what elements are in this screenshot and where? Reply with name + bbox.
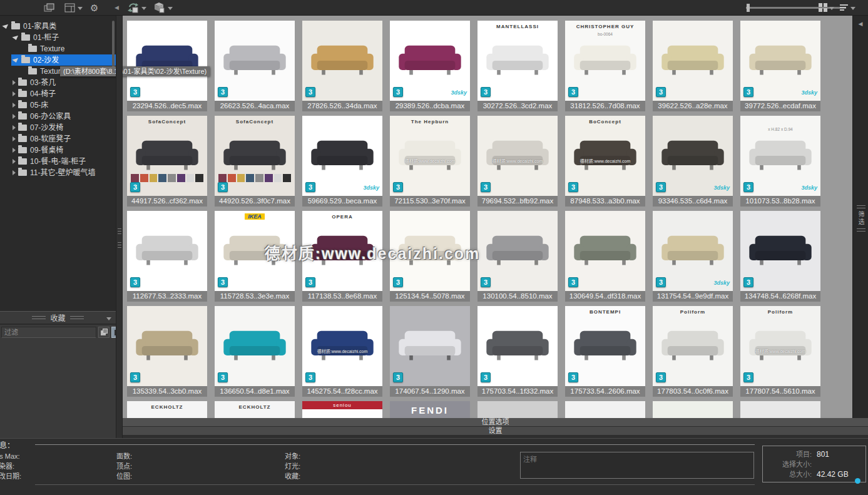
favorites-caret-icon[interactable] [106, 317, 111, 320]
asset-card[interactable]: 德材质:www.decaizhi.com379694.532..bfb92.ma… [477, 116, 558, 207]
sidebar-splitter[interactable] [116, 16, 123, 438]
collapse-arrow-icon[interactable] [12, 36, 19, 41]
asset-card[interactable]: 3 [653, 401, 733, 418]
asset-card[interactable]: 3175703.54..1f332.max [477, 306, 558, 397]
expand-arrow-icon[interactable] [13, 114, 16, 119]
tree-item-11-其它-壁炉暖气墙[interactable]: 11-其它-壁炉暖气墙 [0, 167, 116, 178]
asset-card[interactable]: OPERA3117138.53..8e68.max [302, 211, 382, 302]
tree-item-01-家具类[interactable]: 01-家具类 [0, 21, 116, 32]
asset-thumbnail: 3dsky3 [740, 21, 820, 101]
sort-list-caret-icon[interactable] [850, 7, 855, 10]
sync-import-icon[interactable] [127, 2, 139, 13]
expand-arrow-icon[interactable] [13, 103, 16, 108]
expand-arrow-icon[interactable] [13, 80, 16, 85]
asset-card[interactable]: The Hepburn德材质:www.decaizhi.com372115.53… [390, 116, 470, 207]
asset-thumbnail: 3 [390, 306, 470, 386]
folder-icon [18, 113, 27, 120]
asset-card[interactable]: CHRISTOPHER GUYbo-0064331812.526..7d08.m… [565, 21, 645, 111]
collapse-arrow-icon[interactable] [12, 58, 19, 63]
asset-thumbnail: 3 [215, 21, 295, 101]
tree-item-05-床[interactable]: 05-床 [0, 100, 116, 111]
asset-card[interactable]: ECKHOLTZ3 [215, 401, 295, 418]
asset-card[interactable]: MANTELLASSI330272.526..3cd2.max [477, 21, 558, 111]
asset-card[interactable]: 339622.526..a28e.max [653, 21, 733, 111]
sidebar-collapse-icon[interactable]: ◀ [115, 4, 119, 11]
asset-card[interactable]: 3136650.54..d8e1.max [215, 306, 295, 397]
tree-item-08-软座凳子[interactable]: 08-软座凳子 [0, 133, 116, 145]
asset-card[interactable]: 3 [477, 401, 558, 418]
panel-expand-arrow-icon[interactable]: ◀ [853, 21, 868, 27]
asset-card[interactable]: SofaConcept344917.526..cf362.max [127, 116, 207, 207]
asset-card[interactable]: 3135339.54..3cb0.max [127, 306, 207, 397]
merge-cube-icon[interactable] [153, 2, 165, 13]
asset-card[interactable]: 3dsky329389.526..dcba.max [390, 21, 470, 111]
filter-input[interactable] [1, 327, 96, 338]
asset-card[interactable]: 3130100.54..8510.max [477, 211, 558, 302]
expand-arrow-icon[interactable] [13, 170, 16, 175]
tree-item-09-餐桌椅[interactable]: 09-餐桌椅 [0, 145, 116, 156]
asset-card[interactable]: 3dsky393346.535..c6d4.max [653, 116, 733, 207]
asset-card[interactable]: ECKHOLTZ3 [127, 401, 207, 418]
settings-gear-icon[interactable]: ⚙ [90, 3, 98, 13]
asset-card[interactable]: senlou3 [302, 401, 382, 418]
asset-card[interactable]: Poliform3177803.54..0c0f6.max [653, 306, 733, 397]
tree-item-04-椅子[interactable]: 04-椅子 [0, 88, 116, 100]
comment-input[interactable] [520, 452, 754, 479]
tree-item-Texture[interactable]: Texture(D:\素材800套\8.13\01-家具类\02-沙发\Text… [0, 66, 116, 77]
asset-card[interactable]: BoConcept德材质:www.decaizhi.com387948.533.… [565, 116, 645, 207]
tree-item-Texture[interactable]: Texture [0, 43, 116, 54]
asset-card[interactable]: 3 [740, 401, 820, 418]
expand-arrow-icon[interactable] [13, 91, 16, 96]
expand-arrow-icon[interactable] [13, 136, 16, 141]
top-toolbar: ⚙ ◀ [0, 0, 868, 16]
asset-card[interactable]: SofaConcept344920.526..3f0c7.max [215, 116, 295, 207]
asset-card[interactable]: 3174067.54..1290.max [390, 306, 470, 397]
rollout-location-options[interactable]: 位置选项 [123, 418, 868, 426]
tree-item-01-柜子[interactable]: 01-柜子 [0, 32, 116, 43]
expand-arrow-icon[interactable] [13, 148, 16, 153]
asset-card[interactable]: 3dsky3131754.54..9e9df.max [653, 211, 733, 302]
asset-card[interactable]: 326623.526..4aca.max [215, 21, 295, 111]
sofa-thumbnail [573, 137, 638, 175]
sync-import-caret-icon[interactable] [141, 7, 146, 10]
asset-card[interactable]: IKEA3115728.53..3e3e.max [215, 211, 295, 302]
asset-card[interactable]: 德材质:www.decaizhi.com3145275.54..f28cc.ma… [302, 306, 382, 397]
asset-card[interactable]: 3112677.53..2333.max [127, 211, 207, 302]
grid-view-icon[interactable] [819, 3, 827, 12]
tree-item-03-茶几[interactable]: 03-茶几 [0, 77, 116, 88]
collapse-arrow-icon[interactable] [2, 24, 9, 29]
asset-filename: 135339.54..3cb0.max [127, 386, 207, 397]
asset-card[interactable]: 3 [565, 401, 645, 418]
max-file-badge: 3 [130, 372, 140, 382]
asset-card[interactable]: x H.82 x D.943dsky3101073.53..8b28.max [740, 116, 820, 207]
rollout-settings[interactable]: 设置 [123, 427, 868, 435]
right-dock-tab[interactable]: 筛选 [853, 203, 868, 233]
merge-cube-caret-icon[interactable] [168, 7, 173, 10]
thumbnail-size-slider-thumb[interactable] [747, 4, 750, 12]
tree-item-label: Texture [40, 43, 64, 54]
expand-arrow-icon[interactable] [13, 159, 16, 164]
folder-icon [18, 79, 27, 86]
asset-card[interactable]: 3134748.54..6268f.max [740, 211, 820, 302]
asset-card[interactable]: 3dsky359669.529..beca.max [302, 116, 382, 207]
asset-card[interactable]: 3130649.54..df318.max [565, 211, 645, 302]
copy-pages-icon[interactable] [44, 3, 54, 13]
tree-item-06-办公家具[interactable]: 06-办公家具 [0, 111, 116, 122]
asset-card[interactable]: 3125134.54..5078.max [390, 211, 470, 302]
expand-arrow-icon[interactable] [13, 125, 16, 130]
grid-view-caret-icon[interactable] [829, 7, 834, 10]
layout-view-caret-icon[interactable] [78, 7, 83, 10]
asset-card[interactable]: 327826.526..34da.max [302, 21, 382, 111]
asset-card[interactable]: FENDI3 [390, 401, 470, 418]
tree-item-07-沙发椅[interactable]: 07-沙发椅 [0, 122, 116, 133]
favorites-header[interactable]: 收藏 [0, 311, 116, 324]
sort-list-icon[interactable] [840, 4, 849, 11]
filter-layers-button[interactable] [98, 327, 110, 338]
tree-item-02-沙发[interactable]: 02-沙发 [0, 54, 116, 66]
max-file-badge: 3 [568, 87, 578, 97]
asset-card[interactable]: Poliform德材质:www.decaizhi.com3177807.54..… [740, 306, 820, 397]
asset-card[interactable]: 3dsky339772.526..ecdaf.max [740, 21, 820, 111]
tree-item-10-餐-电-端-柜子[interactable]: 10-餐-电-端-柜子 [0, 156, 116, 167]
asset-card[interactable]: BONTEMPI3175733.54..2606.max [565, 306, 645, 397]
layout-view-icon[interactable] [64, 3, 75, 13]
